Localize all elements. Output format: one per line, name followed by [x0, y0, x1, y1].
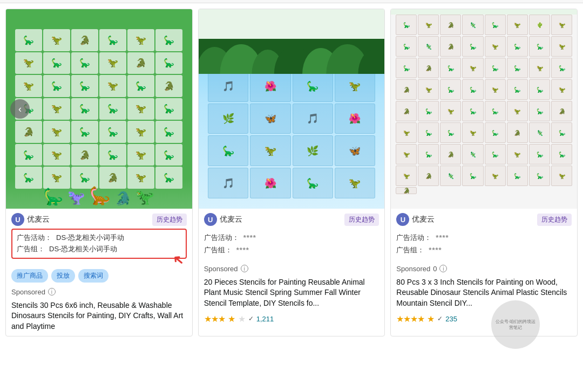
dino-cell: 🦕: [71, 52, 98, 74]
stencil-cell: 🌵: [529, 15, 550, 35]
stencil-cell: 🌺: [335, 104, 375, 134]
dino-cell: 🦕: [127, 75, 154, 97]
stencil-cell: 🦕: [208, 135, 248, 166]
stencil-cell: 🦎: [440, 166, 461, 186]
info-icon-2[interactable]: i: [241, 265, 248, 272]
stencil-cell: 🦖: [335, 71, 375, 102]
dino-grid-1: 🦕 🦖 🐊 🦕 🦖 🦕 🦖 🦕 🦕 🦖 🐊 🦕 🦖 🦕: [15, 29, 182, 189]
dino-cell: 🦖: [15, 52, 42, 74]
stencil-cell: 🦕: [507, 58, 528, 78]
ad-campaign-row-3: 广告活动： ****: [396, 231, 572, 244]
stencil-cell: 🦕: [396, 36, 417, 57]
history-btn-3[interactable]: 历史趋势: [537, 214, 572, 226]
ad-campaign-label-2: 广告活动：: [204, 231, 239, 244]
ad-campaign-label-1: 广告活动：: [17, 232, 52, 244]
stencil-cell: 🦕: [485, 122, 506, 143]
review-count-3: 235: [445, 315, 457, 323]
dino-cell: 🦖: [43, 144, 70, 166]
stencil-cell: 🦖: [485, 166, 506, 186]
dino-colorful-row: 🦕 🦖 🦕 🐊 🦖: [43, 185, 154, 206]
dino-cell: 🦖: [99, 75, 126, 97]
product-card-3: 🦕 🦖 🐊 🦎 🦕 🦖 🌵 🦖 🦕 🦎 🐊 🦕 🦖 🦕: [390, 9, 578, 336]
brand-row-1: U 优麦云 历史趋势: [11, 213, 187, 226]
dino-cell: 🦕: [71, 75, 98, 97]
dino-cell: 🐊: [155, 75, 182, 97]
stencil-cell: 🦖: [462, 58, 483, 78]
brand-icon-3: U: [396, 213, 409, 226]
stencil-cell: 🦖: [551, 15, 572, 35]
dino-cell: 🦕: [99, 144, 126, 166]
stencil-cell: 🦕: [529, 144, 550, 164]
stencil-cell: 🐊: [440, 15, 461, 35]
stencil-cell: 🦋: [250, 104, 290, 134]
stencil-cell: 🐊: [507, 122, 528, 143]
stencil-cell: 🦕: [507, 36, 528, 57]
stencil-cell: 🦕: [293, 71, 333, 102]
dino-cell: 🦖: [43, 29, 70, 51]
stencil-cell: 🦖: [507, 15, 528, 35]
ad-group-label-3: 广告组：: [396, 244, 424, 256]
dino-cell: 🦖: [127, 98, 154, 120]
stencil-cell: 🦖: [462, 122, 483, 143]
history-btn-1[interactable]: 历史趋势: [152, 214, 187, 226]
ad-info-plain-3: 广告活动： **** 广告组： ****: [396, 229, 572, 259]
history-btn-2[interactable]: 历史趋势: [344, 214, 379, 226]
dino-cell: 🦖: [127, 29, 154, 51]
stencil-cell: 🦕: [462, 101, 483, 121]
stencil-cell: 🦖: [551, 36, 572, 57]
stencil-cell: 🦕: [462, 36, 483, 57]
dino-cell: 🦖: [43, 98, 70, 120]
product-card-2: 🦕 🌿 🦋 🦖 🎵 🌺 🦕 🦖 🌿 🦋 🎵 🌺 🦕 🦖: [198, 9, 385, 336]
stencil-cell: 🦖: [507, 101, 528, 121]
product-card-1: 🦕 🦖 🐊 🦕 🦖 🦕 🦖 🦕 🦕 🦖 🐊 🦕 🦖 🦕: [5, 9, 193, 336]
brand-logo-2: U 优麦云: [204, 213, 242, 226]
dino-cell: 🦕: [15, 167, 42, 189]
btn-run-1[interactable]: 投放: [51, 269, 75, 283]
page-container: 🦕 🦖 🐊 🦕 🦖 🦕 🦖 🦕 🦕 🦖 🐊 🦕 🦖 🦕: [0, 0, 583, 336]
stencil-cell: 🦕: [396, 15, 417, 35]
stencil-cell: 🦕: [440, 122, 461, 143]
stencil-cell: 🐊: [551, 101, 572, 121]
stencil-cell: 🐊: [440, 144, 461, 164]
dino-cell: 🦖: [99, 52, 126, 74]
stencil-cell: 🦖: [551, 79, 572, 100]
dino-cell: 🦕: [155, 52, 182, 74]
ad-group-value-2: ****: [236, 244, 249, 256]
info-icon-3[interactable]: i: [439, 265, 447, 272]
stencil-cell: 🦕: [485, 58, 506, 78]
stencil-cell: 🦖: [418, 79, 439, 100]
brand-logo-1: U 优麦云: [11, 213, 50, 226]
sponsored-count-3: 0: [433, 265, 437, 273]
product-title-3: 80 Pcs 3 x 3 Inch Stencils for Painting …: [396, 277, 572, 309]
btn-promote-1[interactable]: 推广商品: [11, 269, 48, 283]
sponsored-row-3: Sponsored 0 i: [396, 265, 572, 273]
dino-cell: 🦕: [155, 167, 182, 189]
stencil-cell: 🦕: [551, 122, 572, 143]
stencil-cell: 🦕: [485, 101, 506, 121]
brand-name-3: 优麦云: [412, 215, 435, 224]
stencil-cell: 🦕: [485, 15, 506, 35]
stencil-cell: 🦕: [462, 166, 483, 186]
product-title-2: 20 Pieces Stencils for Painting Reusable…: [204, 277, 379, 309]
rating-row-3: ★★★★ ★ ✓ 235: [396, 314, 572, 324]
ad-info-plain-2: 广告活动： **** 广告组： ****: [204, 229, 379, 259]
dino-cell: 🐊: [15, 121, 42, 143]
stencil-cell: 🦕: [529, 101, 550, 121]
ad-group-label-1: 广告组：: [17, 244, 45, 255]
btn-search-1[interactable]: 搜索词: [78, 269, 109, 283]
ad-group-label-2: 广告组：: [204, 244, 232, 256]
info-icon-1[interactable]: i: [48, 288, 56, 295]
stencil-cell: 🐊: [440, 36, 461, 57]
ad-campaign-value-2: ****: [243, 231, 256, 244]
stars-2: ★★★: [204, 314, 225, 324]
prev-button[interactable]: ‹: [10, 99, 30, 119]
stencil-cell: 🦕: [440, 79, 461, 100]
ad-group-row-3: 广告组： ****: [396, 244, 572, 256]
stencil-cell: 🦕: [529, 79, 550, 100]
ad-campaign-row-1: 广告活动： DS-恐龙相关小词手动: [17, 232, 181, 244]
stencil-cell: 🦕: [462, 79, 483, 100]
sponsored-row-2: Sponsored i: [204, 265, 379, 273]
stencil-cell: 🦕: [551, 58, 572, 78]
dino-cell: 🐊: [127, 52, 154, 74]
dino-cell: 🦕: [99, 29, 126, 51]
